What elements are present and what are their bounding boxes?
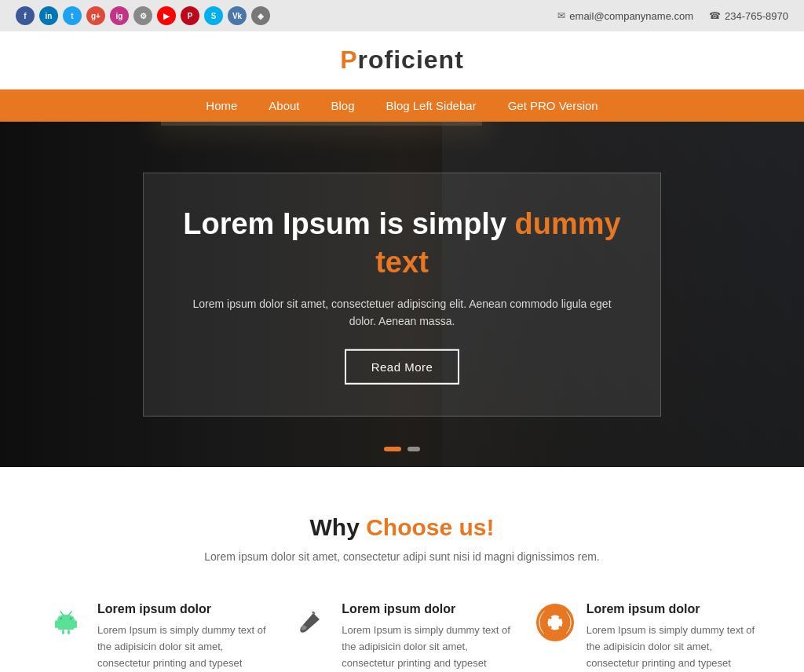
site-header: Proficient bbox=[0, 31, 804, 89]
logo-p: P bbox=[340, 46, 357, 74]
phone-number: 234-765-8970 bbox=[725, 10, 788, 22]
read-more-button[interactable]: Read More bbox=[345, 349, 460, 384]
instagram-icon[interactable]: ig bbox=[110, 6, 129, 25]
vk-icon[interactable]: Vk bbox=[228, 6, 247, 25]
why-title: Why Choose us! bbox=[47, 514, 757, 541]
top-bar: f in t g+ ig ⚙ ▶ P S Vk ◈ ✉ email@compan… bbox=[0, 0, 804, 31]
contact-info: ✉ email@companyname.com ☎ 234-765-8970 bbox=[557, 10, 788, 22]
twitter-icon[interactable]: t bbox=[63, 6, 82, 25]
hero-title-text: Lorem Ipsum is simply bbox=[183, 207, 514, 240]
feature-brush-text: Lorem ipsum dolor Lorem Ipsum is simply … bbox=[342, 602, 512, 672]
feature-brush-desc: Lorem Ipsum is simply dummy text of the … bbox=[342, 623, 512, 672]
svg-line-7 bbox=[68, 612, 71, 615]
logo-rest: roficient bbox=[358, 46, 464, 74]
why-subtitle: Lorem ipsum dolor sit amet, consectetur … bbox=[47, 550, 757, 563]
feature-android-text: Lorem ipsum dolor Lorem Ipsum is simply … bbox=[97, 602, 268, 672]
feature-lifebuoy-text: Lorem ipsum dolor Lorem Ipsum is simply … bbox=[587, 602, 757, 672]
email-contact: ✉ email@companyname.com bbox=[557, 10, 693, 22]
hero-content-box: Lorem Ipsum is simply dummy text Lorem i… bbox=[143, 173, 661, 417]
phone-icon: ☎ bbox=[709, 10, 721, 21]
main-nav: Home About Blog Blog Left Sidebar Get PR… bbox=[0, 89, 804, 122]
email-address: email@companyname.com bbox=[569, 10, 693, 22]
brush-icon bbox=[291, 604, 329, 641]
feature-android-desc: Lorem Ipsum is simply dummy text of the … bbox=[97, 623, 268, 672]
misc-icon[interactable]: ◈ bbox=[251, 6, 270, 25]
googleplus-icon[interactable]: g+ bbox=[86, 6, 105, 25]
lifebuoy-icon bbox=[536, 604, 574, 641]
svg-rect-8 bbox=[312, 611, 316, 615]
youtube-icon[interactable]: ▶ bbox=[157, 6, 176, 25]
feature-brush-title: Lorem ipsum dolor bbox=[342, 602, 512, 616]
why-title-highlight: Choose us! bbox=[366, 514, 494, 540]
facebook-icon[interactable]: f bbox=[16, 6, 35, 25]
phone-contact: ☎ 234-765-8970 bbox=[709, 10, 788, 22]
settings-icon[interactable]: ⚙ bbox=[133, 6, 152, 25]
feature-android-title: Lorem ipsum dolor bbox=[97, 602, 268, 616]
slider-dot-2[interactable] bbox=[407, 447, 420, 451]
nav-about[interactable]: About bbox=[269, 99, 299, 112]
feature-lifebuoy: Lorem ipsum dolor Lorem Ipsum is simply … bbox=[536, 602, 757, 672]
linkedin-icon[interactable]: in bbox=[39, 6, 58, 25]
email-icon: ✉ bbox=[557, 10, 565, 21]
nav-get-pro[interactable]: Get PRO Version bbox=[508, 99, 598, 112]
nav-blog-left-sidebar[interactable]: Blog Left Sidebar bbox=[386, 99, 477, 112]
feature-lifebuoy-title: Lorem ipsum dolor bbox=[587, 602, 757, 616]
social-icons-bar: f in t g+ ig ⚙ ▶ P S Vk ◈ bbox=[16, 6, 270, 25]
svg-rect-4 bbox=[62, 630, 64, 634]
hero-section: Lorem Ipsum is simply dummy text Lorem i… bbox=[0, 122, 804, 467]
hero-subtitle: Lorem ipsum dolor sit amet, consectetuer… bbox=[183, 295, 621, 331]
slider-dots bbox=[384, 447, 420, 451]
pinterest-icon[interactable]: P bbox=[181, 6, 199, 25]
feature-android: Lorem ipsum dolor Lorem Ipsum is simply … bbox=[47, 602, 268, 672]
site-logo[interactable]: Proficient bbox=[0, 46, 804, 75]
android-icon bbox=[47, 604, 85, 641]
hero-title: Lorem Ipsum is simply dummy text bbox=[183, 205, 621, 283]
feature-brush: Lorem ipsum dolor Lorem Ipsum is simply … bbox=[291, 602, 512, 672]
nav-home[interactable]: Home bbox=[206, 99, 237, 112]
feature-lifebuoy-desc: Lorem Ipsum is simply dummy text of the … bbox=[587, 623, 757, 672]
skype-icon[interactable]: S bbox=[204, 6, 223, 25]
why-section: Why Choose us! Lorem ipsum dolor sit ame… bbox=[0, 467, 804, 672]
features-grid: Lorem ipsum dolor Lorem Ipsum is simply … bbox=[47, 602, 757, 672]
slider-dot-1[interactable] bbox=[384, 447, 401, 451]
nav-blog[interactable]: Blog bbox=[331, 99, 355, 112]
svg-line-6 bbox=[60, 612, 64, 615]
svg-rect-2 bbox=[55, 620, 57, 628]
why-title-prefix: Why bbox=[309, 514, 366, 540]
svg-rect-5 bbox=[68, 630, 70, 634]
svg-rect-3 bbox=[75, 620, 77, 628]
